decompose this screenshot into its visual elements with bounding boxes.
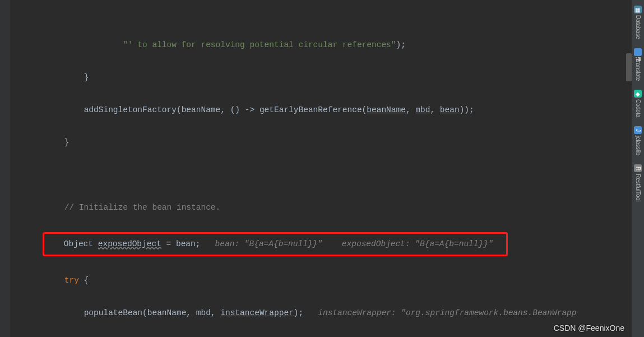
database-icon: ▦ xyxy=(634,6,642,13)
keyword: try xyxy=(64,276,79,285)
scroll-marker[interactable] xyxy=(626,53,632,81)
jclasslib-icon: J xyxy=(634,126,642,134)
code-text: "' to allow for resolving potential circ… xyxy=(123,40,396,49)
restfultool-icon: R xyxy=(634,164,642,172)
sidebar-tab-database[interactable]: ▦ Database xyxy=(633,2,643,43)
right-toolbar: ▦ Database 译 Translate ◆ Codota J jclass… xyxy=(632,0,644,337)
param-ref: bean xyxy=(440,105,460,114)
code-text: populateBean(beanName, mbd, xyxy=(84,308,221,317)
code-text: ); xyxy=(294,308,303,317)
inline-hint: instanceWrapper: "org.springframework.be… xyxy=(318,308,576,317)
param-ref: beanName xyxy=(367,105,406,114)
sidebar-tab-codota[interactable]: ◆ Codota xyxy=(633,86,643,121)
sidebar-tab-label: Database xyxy=(635,15,641,39)
code-editor[interactable]: "' to allow for resolving potential circ… xyxy=(0,0,644,337)
sidebar-tab-label: Translate xyxy=(635,58,641,81)
inline-hint: bean: "B{a=A{b=null}}" xyxy=(215,239,322,248)
param-ref: mbd xyxy=(415,105,430,114)
sidebar-tab-translate[interactable]: 译 Translate xyxy=(633,45,643,84)
translate-icon: 译 xyxy=(634,48,642,56)
code-text: addSingletonFactory(beanName, () -> getE… xyxy=(84,105,367,114)
watermark: CSDN @FeenixOne xyxy=(554,324,624,333)
highlight-box: Object exposedObject = bean; bean: "B{a=… xyxy=(43,232,508,256)
code-text: ); xyxy=(396,40,406,49)
param-ref: instanceWrapper xyxy=(220,308,294,317)
code-text: , xyxy=(406,105,415,114)
code-text: Object xyxy=(64,239,98,248)
sidebar-tab-label: RestfulTool xyxy=(635,174,641,201)
inline-hint: exposedObject: "B{a=A{b=null}}" xyxy=(342,239,493,248)
sidebar-tab-label: jclasslib xyxy=(635,136,641,155)
code-text: , xyxy=(430,105,439,114)
sidebar-tab-label: Codota xyxy=(635,99,641,117)
var-declaration: exposedObject xyxy=(98,239,161,248)
comment: // Initialize the bean instance. xyxy=(64,203,220,212)
code-text: } xyxy=(64,138,70,147)
code-text: { xyxy=(79,276,89,285)
codota-icon: ◆ xyxy=(634,90,642,98)
sidebar-tab-jclasslib[interactable]: J jclasslib xyxy=(633,123,643,159)
sidebar-tab-restfultool[interactable]: R RestfulTool xyxy=(633,161,643,205)
code-text: = bean; xyxy=(161,239,201,248)
code-text: )); xyxy=(460,105,474,114)
code-text: } xyxy=(84,73,89,82)
